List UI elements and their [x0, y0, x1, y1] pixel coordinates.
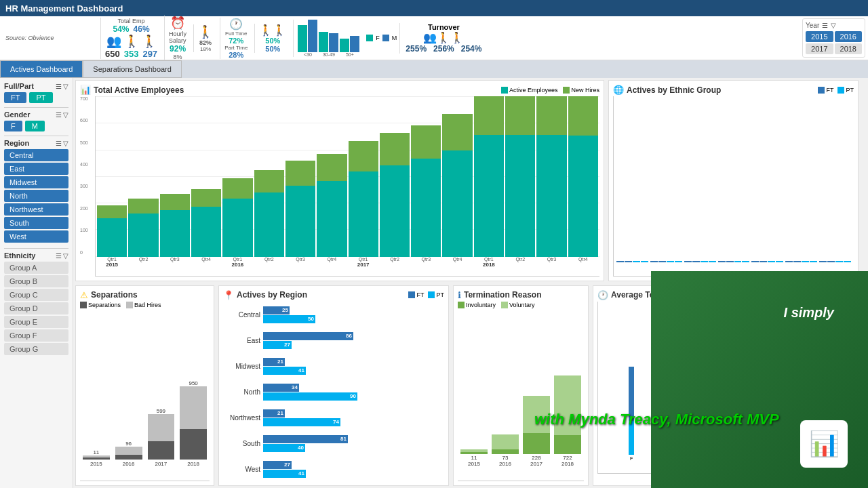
bar-group-15	[568, 96, 598, 257]
year-2017-btn[interactable]: 2017	[806, 43, 833, 54]
emp-female: 353	[124, 49, 139, 59]
region-west[interactable]: West	[4, 230, 68, 243]
year-2015-btn[interactable]: 2015	[806, 31, 833, 42]
ethnic-ft-m	[760, 261, 767, 262]
tab-separations[interactable]: Separations Dashboard	[83, 60, 182, 78]
region-ft-bar: 25	[263, 306, 290, 314]
legend-m: M	[392, 35, 397, 41]
bar-group-8	[349, 96, 378, 257]
female-btn[interactable]: F	[4, 121, 22, 131]
sep-year-2017: 2017	[155, 461, 167, 467]
separations-panel: ⚠ Separations Separations Bad Hires	[75, 285, 214, 487]
ethnic-ft-f	[616, 261, 624, 262]
ethnicity-group-c[interactable]: Group C	[4, 289, 68, 301]
parttime-pct: 18%	[200, 46, 211, 52]
term-year-2017: 2017	[530, 461, 542, 467]
region-northwest[interactable]: Northwest	[4, 203, 68, 216]
region-label: East	[223, 337, 260, 344]
region-label: North	[223, 388, 260, 396]
ethnicity-group-a[interactable]: Group A	[4, 262, 68, 274]
year-2016-btn[interactable]: 2016	[835, 31, 862, 42]
ethnic-ft-m	[827, 261, 835, 262]
ethnic-pt-m	[675, 261, 682, 262]
ethnicity-group-f[interactable]: Group F	[4, 329, 68, 342]
ethnic-ft-m	[692, 261, 700, 262]
gender-filter-icon[interactable]: ▽	[63, 111, 68, 119]
tenure-clock-icon: 🕐	[597, 290, 608, 300]
pt-btn[interactable]: PT	[29, 92, 52, 103]
region-ft-bar: 27	[263, 461, 292, 469]
bar-group-1	[128, 96, 158, 257]
ethnic-pt-f	[701, 261, 708, 262]
region-north[interactable]: North	[4, 190, 68, 202]
region-south[interactable]: South	[4, 217, 68, 229]
sep-year-2018: 2018	[187, 461, 199, 467]
sep-legend-bad: Bad Hires	[134, 302, 161, 308]
tenure-group-b: G...	[737, 475, 746, 481]
bar-group-4	[222, 96, 252, 257]
year-filter-icon: ☰	[822, 22, 828, 29]
y-label-100: 100	[80, 228, 95, 232]
fullpart-filter-icon[interactable]: ▽	[63, 83, 68, 90]
tab-actives[interactable]: Actives Dashboard	[0, 60, 83, 78]
ft-btn[interactable]: FT	[4, 92, 26, 103]
term-info-icon: ℹ	[458, 290, 461, 300]
ethnicity-filter-icon[interactable]: ▽	[63, 252, 68, 260]
term-year-2016: 2016	[499, 461, 511, 467]
bar-group-9	[380, 96, 410, 257]
actives-ethnic-panel: 🌐 Actives by Ethnic Group FT	[608, 80, 859, 281]
hourly-pct-8: 8%	[174, 54, 182, 60]
emp-male: 297	[142, 49, 157, 59]
turnover-254: 254%	[461, 44, 482, 54]
new-hire-bar	[191, 189, 221, 207]
active-emp-bar	[97, 218, 127, 257]
ethnic-ft-f	[650, 261, 658, 262]
gender-settings-icon[interactable]: ☰	[56, 111, 62, 119]
new-hire-bar	[97, 205, 127, 218]
ethnicity-group-d[interactable]: Group D	[4, 302, 68, 314]
region-row-south: South8140	[223, 435, 444, 452]
new-hire-bar	[285, 161, 315, 186]
region-east[interactable]: East	[4, 163, 68, 175]
x-label-3: Qtr4	[191, 257, 221, 262]
ethnic-pt-f	[633, 261, 640, 262]
pct-female: 54%	[113, 24, 130, 34]
y-label-500: 500	[80, 140, 95, 145]
new-hire-bar	[254, 170, 284, 192]
region-row-north: North3490	[223, 384, 444, 401]
region-pt-bar: 27	[263, 341, 292, 349]
ethnic-pt-f	[802, 261, 809, 262]
ethnic-pt-m	[776, 261, 783, 262]
region-pin-icon: 📍	[223, 290, 234, 300]
new-hire-bar	[536, 96, 566, 135]
bar-group-5	[254, 96, 284, 257]
year-filter-label: Year	[806, 22, 819, 29]
ethnic-ft-m	[625, 261, 632, 262]
active-emp-bar	[349, 171, 378, 256]
ethnicity-group-b[interactable]: Group B	[4, 275, 68, 287]
active-emp-bar	[568, 136, 598, 257]
region-settings-icon[interactable]: ☰	[56, 140, 62, 147]
male-btn[interactable]: M	[25, 121, 45, 131]
bar-group-12	[474, 96, 504, 257]
ethnicity-settings-icon[interactable]: ☰	[56, 252, 62, 260]
region-midwest[interactable]: Midwest	[4, 176, 68, 188]
bar-group-0	[97, 96, 127, 257]
ethnic-ft-m	[658, 261, 666, 262]
ethnicity-group-g[interactable]: Group G	[4, 343, 68, 355]
active-emp-bar	[536, 135, 566, 257]
new-hire-bar	[411, 125, 441, 159]
region-legend-pt: PT	[436, 291, 444, 298]
ethnic-group-F	[785, 96, 817, 262]
pct-male: 46%	[134, 24, 150, 34]
region-central[interactable]: Central	[4, 149, 68, 161]
sep-title: Separations	[91, 290, 138, 300]
region-filter-icon[interactable]: ▽	[63, 140, 68, 147]
total-active-panel: 📊 Total Active Employees Active Employee…	[75, 80, 604, 281]
year-2018-btn[interactable]: 2018	[835, 43, 862, 54]
ethnicity-group-e[interactable]: Group E	[4, 316, 68, 328]
actives-region-panel: 📍 Actives by Region FT PT	[218, 285, 449, 487]
fullpart-settings-icon[interactable]: ☰	[56, 83, 62, 90]
legend-new-hires: New Hires	[571, 87, 599, 94]
ethnic-pt-m	[742, 261, 749, 262]
